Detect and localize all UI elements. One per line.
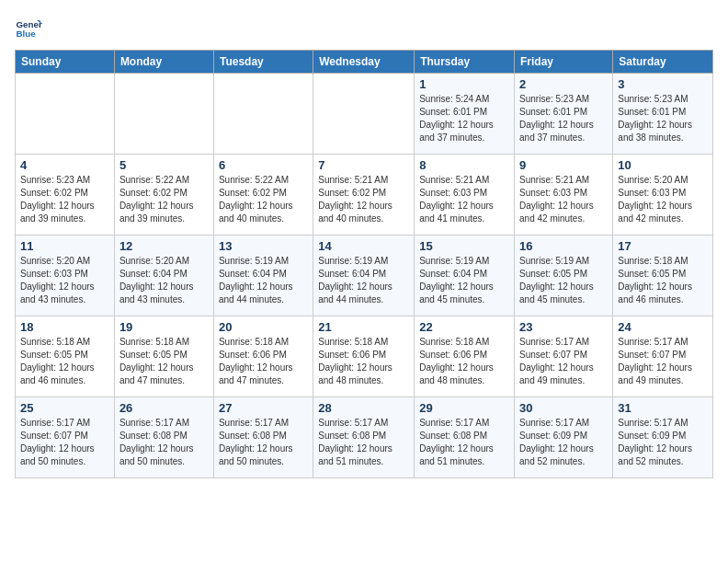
day-number: 12 [119,239,209,253]
day-number: 10 [618,158,708,172]
week-row-1: 1Sunrise: 5:24 AM Sunset: 6:01 PM Daylig… [16,74,713,155]
day-cell: 26Sunrise: 5:17 AM Sunset: 6:08 PM Dayli… [114,397,213,478]
day-number: 29 [419,401,509,415]
day-number: 13 [219,239,308,253]
day-number: 2 [519,77,608,91]
day-info: Sunrise: 5:18 AM Sunset: 6:05 PM Dayligh… [20,336,109,387]
logo: General Blue [15,15,42,42]
day-cell: 12Sunrise: 5:20 AM Sunset: 6:04 PM Dayli… [114,236,213,316]
day-number: 26 [119,401,209,415]
day-cell: 7Sunrise: 5:21 AM Sunset: 6:02 PM Daylig… [313,155,415,236]
day-cell: 18Sunrise: 5:18 AM Sunset: 6:05 PM Dayli… [16,316,115,397]
day-number: 11 [20,239,109,253]
day-cell: 4Sunrise: 5:23 AM Sunset: 6:02 PM Daylig… [16,155,115,236]
day-cell [16,74,115,155]
day-info: Sunrise: 5:19 AM Sunset: 6:05 PM Dayligh… [519,255,608,306]
day-number: 21 [318,320,409,334]
header-cell-friday: Friday [515,51,613,74]
day-info: Sunrise: 5:20 AM Sunset: 6:03 PM Dayligh… [20,255,109,306]
header-cell-tuesday: Tuesday [213,51,313,74]
header-cell-sunday: Sunday [16,51,115,74]
day-cell: 9Sunrise: 5:21 AM Sunset: 6:03 PM Daylig… [515,155,613,236]
day-info: Sunrise: 5:22 AM Sunset: 6:02 PM Dayligh… [219,174,308,225]
day-number: 17 [618,239,708,253]
day-info: Sunrise: 5:18 AM Sunset: 6:05 PM Dayligh… [618,255,708,306]
day-cell: 16Sunrise: 5:19 AM Sunset: 6:05 PM Dayli… [515,236,613,316]
day-info: Sunrise: 5:19 AM Sunset: 6:04 PM Dayligh… [219,255,308,306]
page-header: General Blue [15,15,713,42]
day-cell: 21Sunrise: 5:18 AM Sunset: 6:06 PM Dayli… [313,316,415,397]
day-info: Sunrise: 5:24 AM Sunset: 6:01 PM Dayligh… [419,93,509,144]
day-number: 24 [618,320,708,334]
day-cell: 15Sunrise: 5:19 AM Sunset: 6:04 PM Dayli… [415,236,515,316]
day-info: Sunrise: 5:17 AM Sunset: 6:07 PM Dayligh… [618,336,708,387]
day-info: Sunrise: 5:18 AM Sunset: 6:06 PM Dayligh… [419,336,509,387]
day-number: 25 [20,401,109,415]
day-info: Sunrise: 5:19 AM Sunset: 6:04 PM Dayligh… [419,255,509,306]
day-cell: 5Sunrise: 5:22 AM Sunset: 6:02 PM Daylig… [114,155,213,236]
day-number: 3 [618,77,708,91]
day-number: 1 [419,77,509,91]
week-row-5: 25Sunrise: 5:17 AM Sunset: 6:07 PM Dayli… [16,397,713,478]
day-number: 4 [20,158,109,172]
day-info: Sunrise: 5:20 AM Sunset: 6:03 PM Dayligh… [618,174,708,225]
day-info: Sunrise: 5:17 AM Sunset: 6:09 PM Dayligh… [618,417,708,468]
day-cell: 8Sunrise: 5:21 AM Sunset: 6:03 PM Daylig… [415,155,515,236]
header-cell-thursday: Thursday [415,51,515,74]
day-cell: 14Sunrise: 5:19 AM Sunset: 6:04 PM Dayli… [313,236,415,316]
day-number: 15 [419,239,509,253]
day-info: Sunrise: 5:17 AM Sunset: 6:08 PM Dayligh… [318,417,409,468]
svg-text:Blue: Blue [17,29,37,39]
day-number: 8 [419,158,509,172]
day-cell: 31Sunrise: 5:17 AM Sunset: 6:09 PM Dayli… [613,397,713,478]
day-info: Sunrise: 5:23 AM Sunset: 6:01 PM Dayligh… [618,93,708,144]
day-cell: 2Sunrise: 5:23 AM Sunset: 6:01 PM Daylig… [515,74,613,155]
day-number: 6 [219,158,308,172]
day-info: Sunrise: 5:17 AM Sunset: 6:07 PM Dayligh… [519,336,608,387]
calendar-header: SundayMondayTuesdayWednesdayThursdayFrid… [16,51,713,74]
day-info: Sunrise: 5:17 AM Sunset: 6:07 PM Dayligh… [20,417,109,468]
day-cell [114,74,213,155]
day-info: Sunrise: 5:22 AM Sunset: 6:02 PM Dayligh… [119,174,209,225]
day-info: Sunrise: 5:18 AM Sunset: 6:05 PM Dayligh… [119,336,209,387]
day-info: Sunrise: 5:19 AM Sunset: 6:04 PM Dayligh… [318,255,409,306]
calendar-table: SundayMondayTuesdayWednesdayThursdayFrid… [15,50,713,478]
day-number: 20 [219,320,308,334]
header-cell-monday: Monday [114,51,213,74]
day-cell: 30Sunrise: 5:17 AM Sunset: 6:09 PM Dayli… [515,397,613,478]
week-row-3: 11Sunrise: 5:20 AM Sunset: 6:03 PM Dayli… [16,236,713,316]
day-number: 30 [519,401,608,415]
week-row-4: 18Sunrise: 5:18 AM Sunset: 6:05 PM Dayli… [16,316,713,397]
header-cell-saturday: Saturday [613,51,713,74]
day-cell [313,74,415,155]
day-cell: 11Sunrise: 5:20 AM Sunset: 6:03 PM Dayli… [16,236,115,316]
day-cell [213,74,313,155]
day-number: 16 [519,239,608,253]
day-cell: 3Sunrise: 5:23 AM Sunset: 6:01 PM Daylig… [613,74,713,155]
header-cell-wednesday: Wednesday [313,51,415,74]
day-info: Sunrise: 5:23 AM Sunset: 6:01 PM Dayligh… [519,93,608,144]
day-cell: 13Sunrise: 5:19 AM Sunset: 6:04 PM Dayli… [213,236,313,316]
day-info: Sunrise: 5:21 AM Sunset: 6:02 PM Dayligh… [318,174,409,225]
day-info: Sunrise: 5:17 AM Sunset: 6:08 PM Dayligh… [219,417,308,468]
day-info: Sunrise: 5:20 AM Sunset: 6:04 PM Dayligh… [119,255,209,306]
day-number: 23 [519,320,608,334]
day-info: Sunrise: 5:23 AM Sunset: 6:02 PM Dayligh… [20,174,109,225]
week-row-2: 4Sunrise: 5:23 AM Sunset: 6:02 PM Daylig… [16,155,713,236]
day-cell: 6Sunrise: 5:22 AM Sunset: 6:02 PM Daylig… [213,155,313,236]
day-cell: 1Sunrise: 5:24 AM Sunset: 6:01 PM Daylig… [415,74,515,155]
day-number: 19 [119,320,209,334]
day-number: 22 [419,320,509,334]
day-cell: 28Sunrise: 5:17 AM Sunset: 6:08 PM Dayli… [313,397,415,478]
day-number: 5 [119,158,209,172]
day-number: 18 [20,320,109,334]
day-cell: 24Sunrise: 5:17 AM Sunset: 6:07 PM Dayli… [613,316,713,397]
day-cell: 23Sunrise: 5:17 AM Sunset: 6:07 PM Dayli… [515,316,613,397]
day-info: Sunrise: 5:18 AM Sunset: 6:06 PM Dayligh… [219,336,308,387]
day-info: Sunrise: 5:17 AM Sunset: 6:09 PM Dayligh… [519,417,608,468]
day-info: Sunrise: 5:17 AM Sunset: 6:08 PM Dayligh… [419,417,509,468]
day-number: 14 [318,239,409,253]
day-info: Sunrise: 5:21 AM Sunset: 6:03 PM Dayligh… [419,174,509,225]
day-number: 27 [219,401,308,415]
day-cell: 19Sunrise: 5:18 AM Sunset: 6:05 PM Dayli… [114,316,213,397]
